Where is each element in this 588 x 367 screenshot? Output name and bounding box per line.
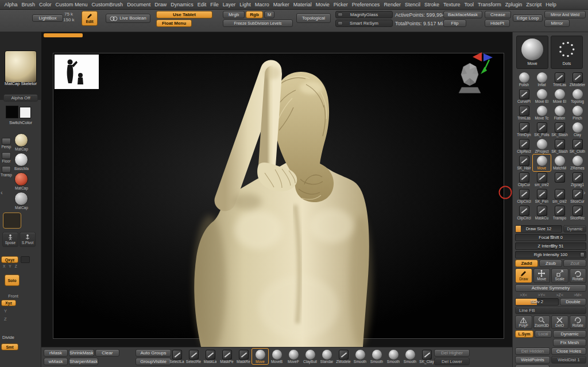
brush-cell[interactable]: Smooth [369,349,385,364]
menu-item[interactable]: Tool [462,2,476,7]
left-divider-handle[interactable]: ‹ [1,190,3,196]
brush-cell[interactable]: ClipCircl [515,188,533,204]
draw-size-slider[interactable]: Draw Size 12 [515,225,562,233]
menu-item[interactable]: Material [291,2,314,7]
document-canvas[interactable] [41,32,512,347]
del-hidden-button[interactable]: Del Hidden [515,347,550,355]
del-lower-button[interactable]: Del Lower [434,358,470,365]
menu-item[interactable]: Alpha [2,2,20,7]
menu-item[interactable]: Stroke [422,2,441,7]
magnifyglass-slider[interactable]: MagnifyGlass [335,11,393,18]
solo-button[interactable]: Solo [5,275,20,286]
menu-item[interactable]: Layer [220,2,238,7]
brush-cell[interactable]: Smooth [352,349,368,364]
fix-mesh-button[interactable]: Fix Mesh [553,339,586,346]
axis-letter[interactable]: Z [15,265,17,269]
right-divider-handle[interactable]: › [583,190,586,196]
brush-cell[interactable]: Zigzag1 [568,171,586,188]
brush-cell[interactable]: Move El [551,88,568,105]
brush-cell[interactable]: SK_Polis [533,121,551,138]
topological-button[interactable]: Topological [296,13,331,23]
qxyz-button[interactable]: Qxyz [1,256,18,263]
menu-item[interactable]: Render [382,2,403,7]
backfacemask-button[interactable]: BackfaceMask [443,11,482,18]
mask-button[interactable]: wMask [44,358,68,365]
sdiv-slider[interactable]: SDiv 2 [515,298,559,306]
close-holes-button[interactable]: Close Holes [551,347,586,355]
brush-cell[interactable]: Inflat [533,71,551,88]
z-intensity-slider[interactable]: Z Intensity 51 [515,242,586,250]
brush-cell[interactable]: Smooth [402,349,418,364]
menu-item[interactable]: Edit [195,2,208,7]
view-toggle[interactable]: Transp [1,166,12,177]
focal-shift-slider[interactable]: Focal Shift 0 [515,234,586,241]
lock-icon[interactable] [21,256,30,263]
brush-cell[interactable]: SK_Slash [551,138,568,154]
menu-item[interactable]: Zplugin [503,2,524,7]
brush-cell[interactable]: Pinch [568,105,586,121]
brush-cell[interactable]: ZModele [335,349,351,364]
accucurve-button[interactable]: AccuCurve [515,365,550,367]
rotate-mode-button[interactable]: Rotate [570,268,587,283]
brush-cell[interactable]: SelectRe [185,349,202,364]
weld-dist-slider[interactable]: WeldDist 1 [551,356,586,364]
menu-item[interactable]: Dynamics [169,2,196,7]
lsym-button[interactable]: L.Sym [515,330,533,338]
brush-cell[interactable]: Move Tc [533,105,551,121]
material-thumb[interactable]: MatCap [14,192,29,211]
smt-button[interactable]: Smt [1,343,18,350]
menu-item[interactable]: Picker [331,2,350,7]
menu-item[interactable]: Movie [314,2,331,7]
menu-item[interactable]: Color [37,2,54,7]
z-axis-label[interactable]: Z [4,317,7,322]
brush-cell[interactable]: SK_Hair [515,154,533,171]
rgb-button[interactable]: Rgb [246,11,263,18]
brush-cell[interactable]: ZModeler [568,71,586,88]
brush-cell[interactable]: ZRemes [568,154,586,171]
menu-item[interactable]: CustomBrush [90,2,125,7]
brush-cell[interactable]: Transpo [551,204,568,221]
brush-cell[interactable]: MaskPe [219,349,235,364]
rgb-intensity-slider[interactable]: Rgb Intensity 100 [515,251,586,258]
menu-item[interactable]: Custom Menu [53,2,90,7]
mask-button[interactable]: SharpenMask [69,358,98,365]
mirror-button[interactable]: Mirror [544,20,570,27]
lightbox-button[interactable]: LightBox [32,14,63,22]
menu-item[interactable]: Macro [253,2,271,7]
brush-cell[interactable]: Smooth [385,349,401,364]
brush-cell[interactable]: TrimDyn [515,121,533,138]
freeze-subdivision-button[interactable]: Freeze SubDivision Levels [223,20,293,27]
del-higher-button[interactable]: Del Higher [434,349,470,357]
brush-cell[interactable]: MoveB [269,349,285,364]
brush-cell[interactable]: Move [252,349,268,364]
symmetry-axis-toggle[interactable]: >Z< [551,293,568,297]
float-menu-button[interactable]: Float Menu [156,20,192,27]
brush-cell[interactable]: SK_Clay [419,349,435,364]
material-thumb[interactable]: MatCap [14,172,29,192]
dynamic-mode-button[interactable]: Dynamic [553,330,586,338]
divide-label[interactable]: Divide [2,335,14,340]
brush-cell[interactable]: Move [533,154,551,171]
mirror-and-weld-button[interactable]: Mirror And Weld [544,11,586,18]
brush-cell[interactable]: ClipCircl [515,204,533,221]
brush-cell[interactable]: CurvePi [515,88,533,105]
brush-cell[interactable]: ClipCur [515,171,533,188]
weld-points-button[interactable]: WeldPoints [515,356,550,364]
reference-thumbnail[interactable] [55,55,99,89]
menu-item[interactable]: Document [125,2,153,7]
menu-item[interactable]: Brush [20,2,37,7]
edit-mode-button[interactable]: Edit [82,11,98,26]
scale-mode-button[interactable]: Scale [551,268,568,283]
secondary-color-swatch[interactable] [20,107,31,118]
brush-cell[interactable] [551,171,568,188]
menu-item[interactable]: Light [238,2,253,7]
brush-cell[interactable]: MoveF [285,349,301,364]
zsub-button[interactable]: Zsub [539,260,562,267]
main-color-swatch[interactable] [6,106,18,118]
front-label[interactable]: Front [0,294,26,299]
activate-symmetry-button[interactable]: Activate Symmetry [515,284,586,292]
brush-cell[interactable]: ClipRect [515,138,533,154]
brush-cell[interactable]: TrimLas [515,105,533,121]
menu-item[interactable]: Help [544,2,559,7]
brush-cell[interactable]: TrimLas [551,71,568,88]
